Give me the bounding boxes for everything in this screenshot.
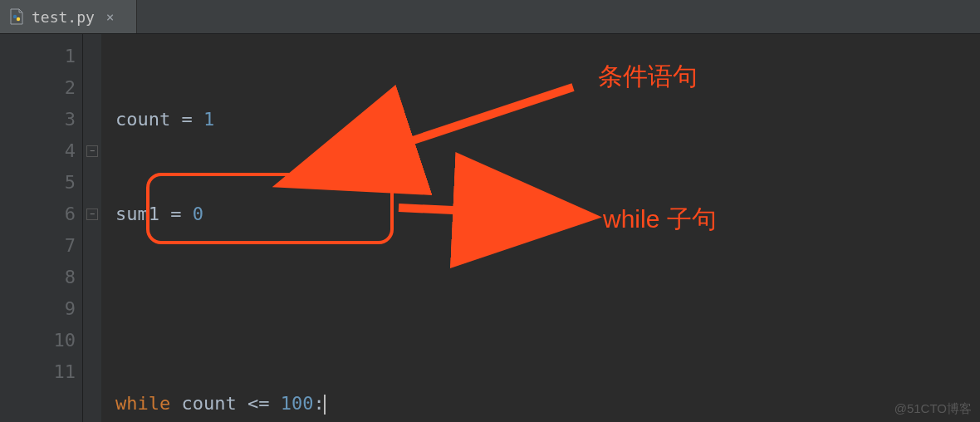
code-line (115, 293, 980, 325)
line-number: 7 (0, 230, 76, 262)
fold-toggle-icon[interactable]: − (86, 145, 98, 157)
line-number: 3 (0, 104, 76, 135)
line-number: 5 (0, 167, 76, 199)
tab-filename: test.py (32, 8, 95, 26)
line-number: 10 (0, 325, 76, 356)
line-number: 9 (0, 293, 76, 325)
line-number: 8 (0, 262, 76, 293)
fold-toggle-icon[interactable]: − (86, 209, 98, 220)
code-area[interactable]: count = 1 sum1 = 0 while count <= 100: s… (102, 34, 980, 422)
code-line: count = 1 (115, 104, 980, 135)
python-file-icon (10, 8, 25, 25)
line-number-gutter: 1 2 3 4 5 6 7 8 9 10 11 (0, 34, 83, 422)
annotation-label-body: while 子句 (603, 203, 717, 237)
editor: 1 2 3 4 5 6 7 8 9 10 11 − − count = 1 su… (0, 34, 980, 422)
tab-bar: test.py × (0, 0, 980, 34)
line-number: 4 (0, 135, 76, 167)
fold-column: − − (83, 34, 102, 422)
line-number: 1 (0, 41, 76, 72)
code-line: while count <= 100: (115, 388, 980, 420)
text-cursor (324, 395, 326, 415)
line-number: 11 (0, 356, 76, 388)
line-number: 2 (0, 72, 76, 104)
svg-point-1 (17, 17, 20, 21)
watermark: @51CTO博客 (894, 401, 972, 417)
code-line: sum1 = 0 (115, 199, 980, 230)
file-tab[interactable]: test.py × (0, 0, 137, 33)
svg-point-0 (13, 15, 17, 18)
close-tab-icon[interactable]: × (106, 9, 115, 25)
line-number: 6 (0, 199, 76, 230)
annotation-label-condition: 条件语句 (598, 60, 698, 94)
